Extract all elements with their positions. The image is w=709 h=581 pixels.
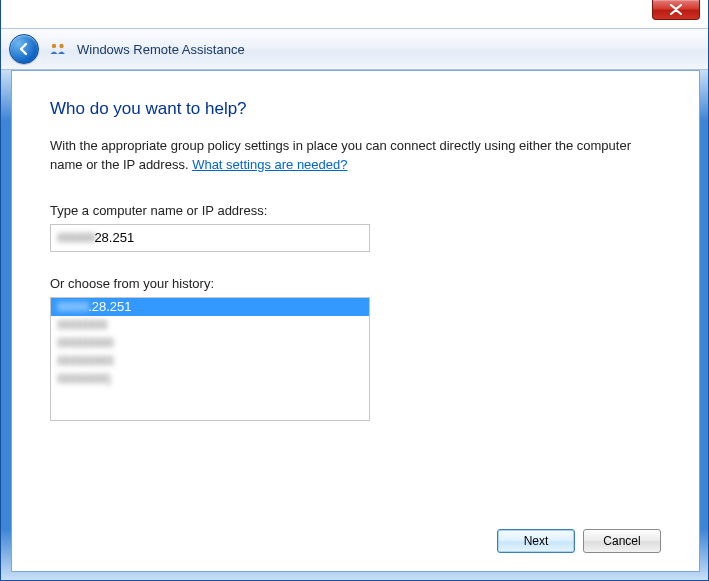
content-panel: Who do you want to help? With the approp… bbox=[11, 70, 700, 572]
history-item[interactable]: 88888888) bbox=[51, 370, 369, 388]
address-input[interactable]: 88888828.251 bbox=[50, 224, 370, 252]
button-row: Next Cancel bbox=[50, 521, 661, 553]
svg-point-1 bbox=[59, 44, 63, 48]
header-title: Windows Remote Assistance bbox=[77, 42, 245, 57]
remote-assistance-icon bbox=[49, 40, 67, 58]
next-button[interactable]: Next bbox=[497, 529, 575, 553]
history-item[interactable]: 88888.28.251 bbox=[51, 298, 369, 316]
back-arrow-icon bbox=[16, 41, 32, 57]
settings-help-link[interactable]: What settings are needed? bbox=[192, 157, 347, 172]
page-description: With the appropriate group policy settin… bbox=[50, 137, 661, 175]
address-value: 28.251 bbox=[94, 230, 134, 245]
history-listbox[interactable]: 88888.28.251 88888888 888888888 88888888… bbox=[50, 297, 370, 421]
wizard-window: Windows Remote Assistance Who do you wan… bbox=[0, 0, 709, 581]
back-button[interactable] bbox=[9, 34, 39, 64]
history-label: Or choose from your history: bbox=[50, 276, 661, 291]
cancel-button[interactable]: Cancel bbox=[583, 529, 661, 553]
close-icon bbox=[669, 4, 683, 15]
address-label: Type a computer name or IP address: bbox=[50, 203, 661, 218]
svg-point-0 bbox=[52, 44, 56, 48]
history-item[interactable]: 888888888 bbox=[51, 334, 369, 352]
header-bar: Windows Remote Assistance bbox=[1, 28, 708, 70]
page-title: Who do you want to help? bbox=[50, 99, 661, 119]
content-wrap: Who do you want to help? With the approp… bbox=[1, 70, 708, 580]
history-item[interactable]: 88888888 bbox=[51, 316, 369, 334]
obscured-text: 888888 bbox=[57, 230, 94, 245]
obscured-text: 88888 bbox=[57, 299, 88, 315]
history-item-text: .28.251 bbox=[88, 299, 131, 314]
title-bar bbox=[1, 0, 708, 28]
close-button[interactable] bbox=[652, 0, 700, 20]
history-item[interactable]: 888888888 bbox=[51, 352, 369, 370]
